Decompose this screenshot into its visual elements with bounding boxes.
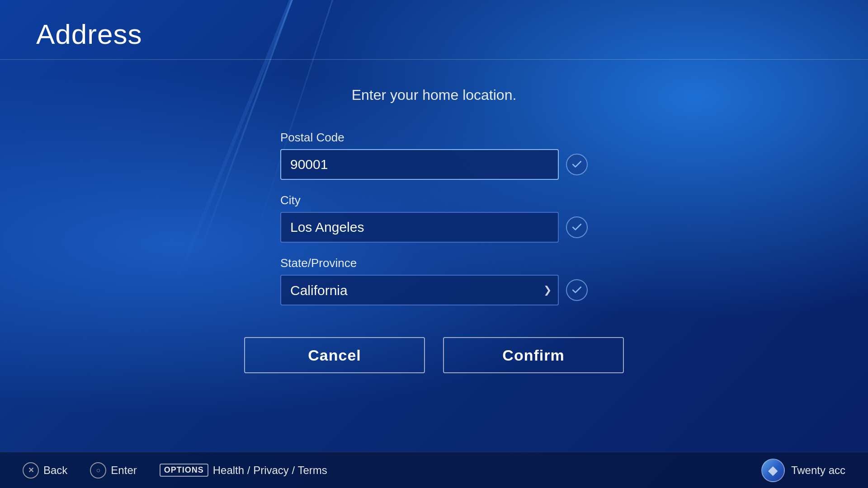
city-check-icon <box>566 216 588 238</box>
back-label: Back <box>43 464 67 477</box>
cancel-button[interactable]: Cancel <box>244 337 425 373</box>
postal-code-label: Postal Code <box>280 131 588 145</box>
form-container: Postal Code City <box>280 131 588 319</box>
state-province-row: California New York Texas Florida Washin… <box>280 275 588 305</box>
city-label: City <box>280 193 588 207</box>
avatar: ◆ <box>761 459 785 482</box>
circle-button-icon: ○ <box>90 462 106 479</box>
state-select-wrapper: California New York Texas Florida Washin… <box>280 275 559 305</box>
subtitle: Enter your home location. <box>352 87 517 103</box>
page-content: Address Enter your home location. Postal… <box>0 0 868 488</box>
postal-code-check-icon <box>566 154 588 175</box>
buttons-area: Cancel Confirm <box>244 337 624 373</box>
state-check-icon <box>566 279 588 301</box>
bottom-bar: ✕ Back ○ Enter OPTIONS Health / Privacy … <box>0 452 868 488</box>
confirm-button[interactable]: Confirm <box>443 337 624 373</box>
postal-code-group: Postal Code <box>280 131 588 180</box>
enter-label: Enter <box>111 464 137 477</box>
main-area: Enter your home location. Postal Code Ci… <box>0 60 868 452</box>
user-label: Twenty acc <box>791 464 845 477</box>
postal-code-input[interactable] <box>280 149 559 180</box>
options-button-icon: OPTIONS <box>160 464 208 477</box>
postal-code-row <box>280 149 588 180</box>
options-action: OPTIONS Health / Privacy / Terms <box>160 464 327 477</box>
back-action: ✕ Back <box>23 462 67 479</box>
avatar-face-icon: ◆ <box>768 463 778 478</box>
page-title: Address <box>0 0 868 59</box>
state-province-group: State/Province California New York Texas… <box>280 256 588 305</box>
city-input[interactable] <box>280 212 559 243</box>
user-profile: ◆ Twenty acc <box>761 459 845 482</box>
state-province-select[interactable]: California New York Texas Florida Washin… <box>280 275 559 305</box>
x-button-icon: ✕ <box>23 462 39 479</box>
enter-action: ○ Enter <box>90 462 137 479</box>
state-province-label: State/Province <box>280 256 588 270</box>
city-group: City <box>280 193 588 243</box>
avatar-inner: ◆ <box>762 460 784 481</box>
city-row <box>280 212 588 243</box>
health-privacy-label: Health / Privacy / Terms <box>213 464 327 477</box>
